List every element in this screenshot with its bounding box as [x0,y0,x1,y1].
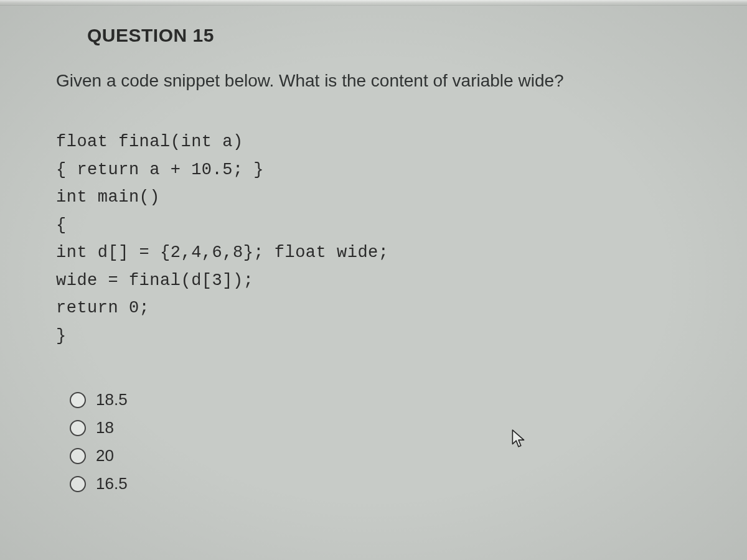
code-line: int d[] = {2,4,6,8}; float wide; [56,243,388,262]
question-card: QUESTION 15 Given a code snippet below. … [56,19,691,560]
code-line: } [56,327,67,345]
option-label: 18 [96,418,114,437]
radio-icon[interactable] [70,420,86,436]
code-line: { return a + 10.5; } [56,161,264,179]
answer-options: 18.5 18 20 16.5 [70,390,691,493]
radio-icon[interactable] [70,476,86,492]
code-line: float final(int a) [56,133,243,151]
code-line: int main() [56,188,160,207]
code-line: return 0; [56,299,149,317]
option-label: 20 [96,446,114,465]
radio-icon[interactable] [70,448,86,464]
option-label: 16.5 [96,474,128,493]
window-top-edge [0,0,747,6]
code-snippet: float final(int a) { return a + 10.5; } … [56,128,691,350]
question-prompt: Given a code snippet below. What is the … [56,71,691,91]
option-label: 18.5 [96,390,128,409]
radio-icon[interactable] [70,392,86,408]
question-title: QUESTION 15 [87,25,691,46]
code-line: wide = final(d[3]); [56,271,253,290]
code-line: { [56,216,67,235]
option-row[interactable]: 20 [70,446,691,465]
option-row[interactable]: 18.5 [70,390,691,409]
option-row[interactable]: 18 [70,418,691,437]
option-row[interactable]: 16.5 [70,474,691,493]
